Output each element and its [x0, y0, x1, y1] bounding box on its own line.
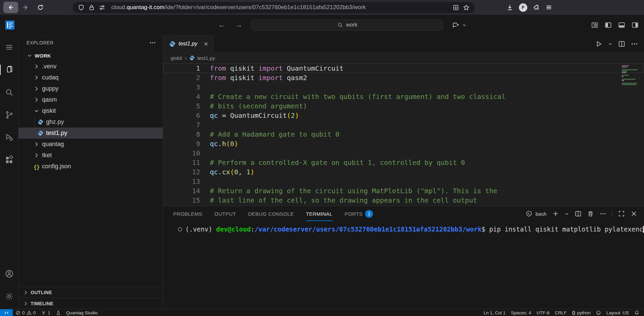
- run-python-file-icon[interactable]: [595, 40, 602, 47]
- code-line-11[interactable]: 11# Perform a controlled-X gate on qubit…: [163, 158, 644, 167]
- panel-more-actions-icon[interactable]: [600, 210, 606, 217]
- code-line-2[interactable]: 2from qiskit import qasm2: [163, 73, 644, 82]
- browser-reload-button[interactable]: [33, 2, 48, 13]
- panel-tab-terminal[interactable]: TERMINAL: [306, 206, 333, 221]
- code-line-3[interactable]: 3: [163, 82, 644, 92]
- section-outline[interactable]: OUTLINE: [18, 287, 163, 298]
- sidebar-item-search[interactable]: [0, 84, 18, 100]
- tree-item-quantag[interactable]: quantag: [18, 139, 163, 150]
- panel-tab-ports[interactable]: PORTS1: [345, 206, 373, 221]
- history-forward-icon[interactable]: →: [235, 21, 243, 29]
- copilot-menu[interactable]: [452, 21, 466, 29]
- browser-forward-button[interactable]: [18, 2, 33, 13]
- downloads-icon[interactable]: [506, 4, 513, 11]
- sidebar-item-explorer[interactable]: [0, 62, 18, 78]
- indentation-status[interactable]: Spaces: 4: [508, 309, 534, 316]
- customize-layout-icon[interactable]: [591, 22, 598, 29]
- section-timeline[interactable]: TIMELINE: [18, 298, 163, 309]
- more-actions-icon[interactable]: [631, 40, 638, 47]
- tree-item--venv[interactable]: .venv: [18, 61, 163, 72]
- cursor-position-status[interactable]: Ln 1, Col 1: [481, 309, 508, 316]
- panel-tab-problems[interactable]: PROBLEMS: [173, 206, 202, 221]
- shell-label[interactable]: bash: [535, 211, 546, 217]
- toggle-primary-sidebar-icon[interactable]: [605, 22, 612, 29]
- workspace-root-work[interactable]: WORK: [18, 50, 163, 61]
- code-line-15[interactable]: 15# last line of the cell, so the drawin…: [163, 196, 644, 205]
- menu-icon[interactable]: [0, 39, 18, 55]
- launch-profile-chevron-icon[interactable]: [565, 212, 569, 216]
- maximize-panel-icon[interactable]: [618, 210, 625, 217]
- tree-item-test1-py[interactable]: test1.py: [18, 128, 163, 139]
- split-editor-icon[interactable]: [618, 40, 625, 47]
- new-terminal-icon[interactable]: [552, 210, 559, 217]
- split-terminal-icon[interactable]: [575, 210, 581, 217]
- code-line-13[interactable]: 13: [163, 177, 644, 186]
- line-number: 1: [163, 64, 200, 73]
- minimap[interactable]: [622, 65, 640, 85]
- tree-item-cudaq[interactable]: cudaq: [18, 72, 163, 83]
- remote-indicator[interactable]: [0, 309, 13, 316]
- tree-item-ghz-py[interactable]: ghz.py: [18, 116, 163, 128]
- problems-status[interactable]: 0 0: [13, 309, 38, 316]
- tree-item-tket[interactable]: tket: [18, 150, 163, 161]
- language-status[interactable]: {} python: [569, 309, 593, 316]
- browser-back-button[interactable]: [3, 2, 18, 13]
- notifications-status[interactable]: [632, 309, 642, 316]
- code-line-7[interactable]: 7: [163, 120, 644, 130]
- extensions-puzzle-icon[interactable]: [533, 4, 540, 11]
- breadcrumb-file[interactable]: test1.py: [197, 55, 215, 61]
- panel-tab-debug-console[interactable]: DEBUG CONSOLE: [248, 206, 294, 221]
- tree-item-qasm[interactable]: qasm: [18, 94, 163, 105]
- breadcrumb-folder[interactable]: qiskit: [171, 55, 182, 61]
- shield-icon[interactable]: [78, 4, 84, 11]
- sidebar-item-source-control[interactable]: [0, 107, 18, 123]
- ports-status[interactable]: 1: [38, 309, 53, 316]
- explorer-more-actions-icon[interactable]: [149, 39, 156, 46]
- code-line-1[interactable]: 1from qiskit import QuantumCircuit: [163, 64, 644, 73]
- toggle-panel-icon[interactable]: [618, 22, 625, 29]
- terminal-body[interactable]: (.venv) dev@cloud:/var/codeserver/users/…: [163, 221, 644, 309]
- profile-avatar[interactable]: F: [519, 3, 527, 12]
- encoding-status[interactable]: UTF-8: [534, 309, 552, 316]
- tab-test1-py[interactable]: test1.py: [163, 35, 214, 52]
- kill-terminal-icon[interactable]: [587, 210, 594, 217]
- code-line-6[interactable]: 6qc = QuantumCircuit(2): [163, 111, 644, 120]
- keyboard-layout-status[interactable]: Layout: US: [604, 309, 632, 316]
- code-line-10[interactable]: 10: [163, 148, 644, 158]
- toggle-secondary-sidebar-icon[interactable]: [632, 22, 639, 29]
- tree-item-qiskit[interactable]: qiskit: [18, 105, 163, 116]
- settings-gear-icon[interactable]: [0, 288, 18, 304]
- account-icon[interactable]: [0, 266, 18, 282]
- code-text: [200, 148, 210, 158]
- code-line-12[interactable]: 12qc.cx(0, 1): [163, 167, 644, 177]
- code-editor[interactable]: 1from qiskit import QuantumCircuit2from …: [163, 64, 644, 206]
- chevron-down-icon[interactable]: [608, 42, 612, 46]
- code-line-4[interactable]: 4# Create a new circuit with two qubits …: [163, 92, 644, 101]
- code-line-14[interactable]: 14# Return a drawing of the circuit usin…: [163, 186, 644, 196]
- code-line-8[interactable]: 8# Add a Hadamard gate to qubit 0: [163, 130, 644, 139]
- history-back-icon[interactable]: ←: [218, 21, 226, 29]
- sidebar-item-extensions[interactable]: [0, 152, 18, 168]
- lock-icon[interactable]: [88, 4, 95, 11]
- command-decoration-icon[interactable]: [178, 227, 182, 232]
- tree-item-config-json[interactable]: {}config.json: [18, 161, 163, 172]
- feedback-status[interactable]: [593, 309, 604, 316]
- bookmark-star-icon[interactable]: [463, 4, 469, 11]
- close-icon[interactable]: [203, 41, 209, 47]
- permissions-sliders-icon[interactable]: [99, 4, 105, 11]
- panel-tab-output[interactable]: OUTPUT: [215, 206, 236, 221]
- url-text[interactable]: cloud.quantag-it.com/ide/?folder=/var/co…: [111, 4, 449, 11]
- browser-menu-icon[interactable]: [545, 4, 552, 11]
- experiments-status[interactable]: [53, 309, 64, 316]
- close-panel-icon[interactable]: [631, 210, 637, 217]
- eol-status[interactable]: CRLF: [552, 309, 569, 316]
- code-token: =: [218, 111, 230, 119]
- sidebar-item-run-debug[interactable]: [0, 130, 18, 145]
- browser-url-bar[interactable]: cloud.quantag-it.com/ide/?folder=/var/co…: [73, 2, 475, 13]
- code-line-9[interactable]: 9qc.h(0): [163, 139, 644, 148]
- command-center-search[interactable]: work: [252, 20, 443, 31]
- tree-item-guppy[interactable]: guppy: [18, 83, 163, 94]
- code-line-5[interactable]: 5# bits (second argument): [163, 101, 644, 111]
- install-app-icon[interactable]: [453, 4, 459, 11]
- app-name-status[interactable]: Quantag Studio: [64, 309, 101, 316]
